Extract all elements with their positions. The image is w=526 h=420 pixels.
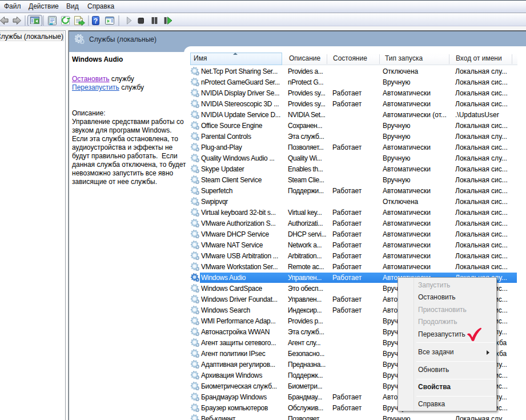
svg-text:?: ? [94, 17, 98, 25]
